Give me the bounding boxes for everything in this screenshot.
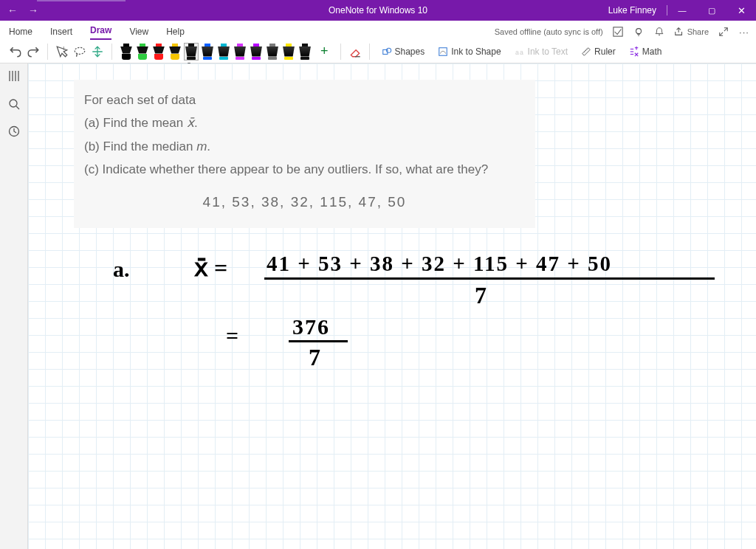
pen-slot-1[interactable] bbox=[136, 44, 149, 60]
lightbulb-icon[interactable] bbox=[633, 26, 645, 38]
redo-button[interactable] bbox=[27, 45, 40, 58]
hw-frac2-num: 376 bbox=[292, 314, 330, 339]
problem-text-box: For each set of data (a) Find the mean x… bbox=[74, 80, 535, 228]
back-button[interactable]: ← bbox=[7, 4, 18, 16]
problem-line-c: (c) Indicate whether there appear to be … bbox=[84, 158, 525, 181]
pen-slot-2[interactable] bbox=[152, 44, 165, 60]
add-pen-button[interactable]: + bbox=[316, 44, 333, 59]
svg-rect-9 bbox=[439, 47, 447, 55]
pen-slot-8[interactable] bbox=[250, 44, 263, 60]
ink-to-text-button: aa Ink to Text bbox=[510, 46, 572, 57]
hw-fraction-bar bbox=[264, 277, 715, 280]
ruler-button[interactable]: Ruler bbox=[577, 46, 620, 57]
minimize-button[interactable]: — bbox=[667, 0, 697, 21]
lasso-icon[interactable] bbox=[73, 45, 86, 58]
math-button[interactable]: Math bbox=[625, 46, 667, 57]
tab-insert[interactable]: Insert bbox=[50, 27, 72, 40]
svg-point-6 bbox=[75, 47, 85, 54]
ink-to-shape-button[interactable]: Ink to Shape bbox=[433, 46, 505, 57]
shapes-button[interactable]: Shapes bbox=[377, 46, 430, 57]
notebooks-icon[interactable] bbox=[7, 69, 21, 85]
forward-button[interactable]: → bbox=[28, 4, 38, 16]
pen-slot-5[interactable] bbox=[201, 44, 214, 60]
share-button[interactable]: Share bbox=[674, 27, 709, 37]
pen-slot-4[interactable] bbox=[185, 44, 198, 60]
save-status: Saved offline (auto sync is off) bbox=[495, 27, 603, 36]
more-icon[interactable]: ··· bbox=[738, 26, 750, 38]
undo-button[interactable] bbox=[9, 45, 22, 58]
eraser-icon[interactable] bbox=[348, 45, 362, 58]
close-button[interactable]: ✕ bbox=[726, 0, 756, 21]
search-icon[interactable] bbox=[8, 98, 20, 112]
hw-numerator: 41 + 53 + 38 + 32 + 115 + 47 + 50 bbox=[267, 252, 612, 276]
hw-xbar: x̄ = bbox=[194, 254, 227, 282]
svg-text:a: a bbox=[520, 48, 523, 55]
tab-home[interactable]: Home bbox=[9, 27, 32, 40]
svg-point-1 bbox=[636, 29, 641, 34]
draw-toolbar: I + Shapes Ink to Shape aa Ink to Text R… bbox=[0, 40, 756, 63]
pen-slot-0[interactable] bbox=[120, 44, 133, 60]
recent-icon[interactable] bbox=[8, 125, 20, 139]
problem-line-a: (a) Find the mean x̄. bbox=[84, 111, 525, 134]
user-name[interactable]: Luke Finney bbox=[598, 5, 667, 15]
problem-data-values: 41, 53, 38, 32, 115, 47, 50 bbox=[84, 182, 525, 215]
hw-frac2-bar bbox=[289, 340, 348, 342]
insert-space-icon[interactable] bbox=[91, 45, 104, 58]
hw-frac2-den: 7 bbox=[309, 344, 320, 371]
fullpage-icon[interactable] bbox=[612, 26, 624, 38]
text-select-icon[interactable]: I bbox=[55, 45, 69, 58]
svg-line-20 bbox=[16, 106, 19, 109]
tab-draw[interactable]: Draw bbox=[90, 25, 111, 40]
hw-denominator: 7 bbox=[475, 282, 487, 309]
tab-view[interactable]: View bbox=[129, 27, 148, 40]
pen-slot-11[interactable] bbox=[298, 44, 312, 60]
expand-icon[interactable] bbox=[718, 26, 729, 38]
svg-point-19 bbox=[10, 100, 17, 107]
svg-text:I: I bbox=[63, 45, 64, 50]
app-title: OneNote for Windows 10 bbox=[329, 5, 427, 15]
hw-label-a: a. bbox=[113, 257, 130, 282]
pen-slot-6[interactable] bbox=[217, 44, 230, 60]
problem-line-b: (b) Find the median m. bbox=[84, 135, 525, 158]
bell-icon[interactable] bbox=[653, 26, 665, 38]
page-canvas[interactable]: For each set of data (a) Find the mean x… bbox=[28, 63, 756, 549]
hw-equals-2: = bbox=[226, 323, 238, 348]
svg-text:a: a bbox=[515, 48, 518, 55]
pen-slot-3[interactable] bbox=[168, 44, 182, 60]
tab-help[interactable]: Help bbox=[166, 27, 185, 40]
pen-slot-10[interactable] bbox=[282, 44, 295, 60]
pen-slot-9[interactable] bbox=[266, 44, 279, 60]
maximize-button[interactable]: ▢ bbox=[697, 0, 726, 21]
problem-intro: For each set of data bbox=[84, 89, 525, 111]
pen-slot-7[interactable] bbox=[233, 44, 247, 60]
